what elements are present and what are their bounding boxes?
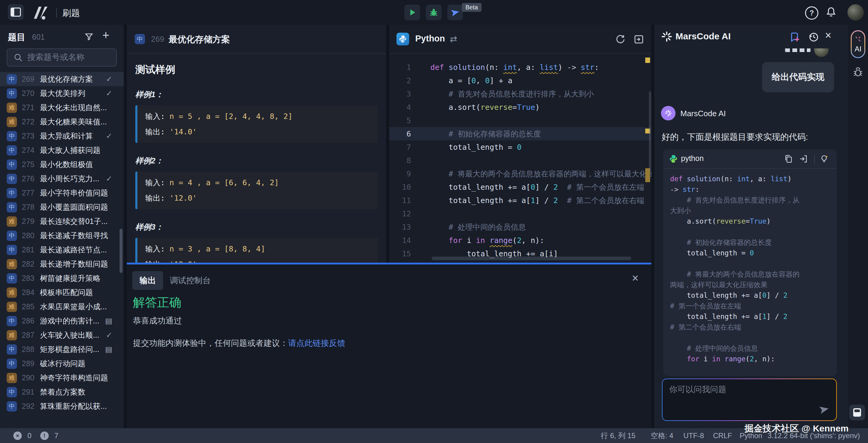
problem-list-item[interactable]: 难285水果店果篮最小成... bbox=[0, 299, 124, 314]
ai-code-line: for i in range(2, n): bbox=[670, 354, 830, 364]
code-line[interactable]: 10 total_length += a[0] / 2 # 第一个会员放在左端 bbox=[389, 180, 651, 194]
code-token: 0 bbox=[517, 143, 522, 152]
problem-list-item[interactable]: 难287火车驶入驶出顺...✓ bbox=[0, 328, 124, 342]
problem-list-item[interactable]: 中288矩形棋盘路径问...▤ bbox=[0, 342, 124, 356]
tab-debug-console[interactable]: 调试控制台 bbox=[170, 275, 211, 286]
problem-list-item[interactable]: 中269最优化存储方案✓ bbox=[0, 72, 124, 86]
problem-list-item[interactable]: 难284模板串匹配问题 bbox=[0, 285, 124, 299]
ai-code-line: -> str: bbox=[670, 184, 830, 195]
ai-input-box[interactable] bbox=[662, 379, 836, 420]
problem-list-item[interactable]: 中276最小周长巧克力...✓ bbox=[0, 171, 124, 186]
problem-list-item[interactable]: 难282最长递增子数组问题 bbox=[0, 257, 124, 271]
code-line[interactable]: 4 a.sort(reverse=True) bbox=[389, 100, 651, 114]
example-output: 输出: '12.0' bbox=[145, 194, 370, 202]
copy-code-button[interactable] bbox=[784, 154, 793, 165]
problem-list-item[interactable]: 中289破冰行动问题 bbox=[0, 356, 124, 371]
send-icon[interactable] bbox=[819, 404, 830, 415]
difficulty-badge: 难 bbox=[7, 216, 17, 227]
help-icon[interactable]: ? bbox=[805, 6, 818, 20]
code-token: total_length = bbox=[430, 143, 517, 152]
line-content: # 将最大的两个会员信息放在容器的两端，这样可以最大化压缩效果 bbox=[430, 169, 651, 179]
problem-list-item[interactable]: 中270最大优美排列✓ bbox=[0, 86, 124, 100]
reset-code-button[interactable] bbox=[615, 34, 626, 46]
problem-list-item[interactable]: 中292算珠重新分配以获... bbox=[0, 399, 124, 413]
ai-code-line: def solution(n: int, a: list) bbox=[670, 174, 830, 184]
debug-tab-button[interactable] bbox=[852, 67, 864, 79]
close-icon[interactable]: × bbox=[632, 272, 639, 285]
difficulty-badge: 中 bbox=[7, 387, 17, 397]
problem-count: 601 bbox=[32, 33, 45, 41]
sidebar-toggle-button[interactable] bbox=[8, 4, 24, 20]
problem-list-item[interactable]: 难290神奇字符串构造问题 bbox=[0, 371, 124, 385]
problem-list-item[interactable]: 难279最长连续交替01子... bbox=[0, 214, 124, 228]
errors-indicator[interactable]: × 0 ! 7 bbox=[13, 428, 58, 443]
code-token: 2 bbox=[750, 355, 754, 363]
marscode-logo[interactable] bbox=[31, 5, 50, 21]
problem-list-item[interactable]: 中283树苗健康提升策略 bbox=[0, 271, 124, 285]
feedback-link[interactable]: 请点此链接反馈 bbox=[288, 339, 345, 348]
encoding-setting[interactable]: UTF-8 bbox=[683, 428, 704, 443]
language-switch-icon[interactable]: ⇄ bbox=[450, 34, 457, 44]
code-line[interactable]: 7 total_length = 0 bbox=[389, 140, 651, 154]
problem-list-item[interactable]: 中281最长递减路径节点... bbox=[0, 243, 124, 257]
split-editor-button[interactable] bbox=[633, 34, 644, 46]
insert-code-button[interactable] bbox=[799, 154, 808, 165]
problem-list-item[interactable]: 中280最长递减子数组寻找 bbox=[0, 228, 124, 243]
code-token: for bbox=[448, 236, 462, 245]
editor-horizontal-scrollbar[interactable] bbox=[432, 257, 631, 260]
problem-list-item[interactable]: 中291禁着点方案数 bbox=[0, 385, 124, 399]
code-line[interactable]: 5 bbox=[389, 114, 651, 127]
run-button[interactable] bbox=[404, 4, 420, 20]
problem-title: 最大化糖果美味值... bbox=[40, 117, 107, 127]
indent-setting[interactable]: 空格: 4 bbox=[651, 428, 673, 443]
check-icon: ✓ bbox=[106, 174, 112, 183]
problem-list-item[interactable]: 中277最小字符串价值问题 bbox=[0, 186, 124, 200]
code-line[interactable]: 1def solution(n: int, a: list) -> str: bbox=[389, 61, 651, 74]
problem-list-item[interactable]: 中275最小化数组极值 bbox=[0, 157, 124, 171]
code-token: a.sort( bbox=[430, 103, 480, 112]
add-problem-button[interactable]: + bbox=[102, 28, 109, 42]
problem-list-item[interactable]: 难271最大化未出现自然... bbox=[0, 100, 124, 115]
explain-code-button[interactable] bbox=[819, 154, 829, 165]
search-input[interactable] bbox=[27, 51, 113, 64]
cursor-position[interactable]: 行 6, 列 15 bbox=[601, 428, 636, 443]
search-box[interactable] bbox=[7, 49, 117, 67]
history-button[interactable] bbox=[808, 31, 819, 43]
difficulty-badge: 难 bbox=[7, 302, 17, 312]
code-token: reverse bbox=[716, 217, 745, 225]
notifications-button[interactable] bbox=[825, 6, 837, 19]
close-ai-panel-icon[interactable]: × bbox=[825, 29, 831, 42]
tab-output[interactable]: 输出 bbox=[132, 271, 163, 290]
ai-tab-button[interactable]: AI bbox=[851, 30, 865, 58]
editor-vertical-scrollbar[interactable] bbox=[649, 91, 651, 170]
ai-question-input[interactable] bbox=[669, 383, 812, 415]
nav-brushing-questions[interactable]: 刷题 bbox=[62, 7, 80, 19]
problem-list-item[interactable]: 难272最大化糖果美味值... bbox=[0, 115, 124, 129]
code-token: str bbox=[683, 186, 695, 193]
filter-button[interactable] bbox=[84, 32, 94, 43]
problem-list-item[interactable]: 中273最大异或和计算✓ bbox=[0, 129, 124, 143]
eol-setting[interactable]: CRLF bbox=[713, 428, 732, 443]
code-token: True bbox=[517, 103, 535, 112]
new-chat-button[interactable] bbox=[789, 31, 800, 43]
debug-button[interactable] bbox=[426, 4, 441, 20]
code-line[interactable]: 13 # 处理中间的会员信息 bbox=[389, 220, 651, 233]
problem-list-item[interactable]: 中286游戏中的伤害计...▤ bbox=[0, 314, 124, 328]
user-avatar[interactable] bbox=[847, 4, 864, 21]
code-line[interactable]: 8 bbox=[389, 154, 651, 167]
code-line[interactable]: 6 # 初始化存储容器的总长度 bbox=[389, 127, 651, 140]
code-line[interactable]: 2 a = [0, 0] + a bbox=[389, 74, 651, 87]
code-area[interactable]: 1def solution(n: int, a: list) -> str:2 … bbox=[389, 54, 651, 260]
code-line[interactable]: 11 total_length += a[1] / 2 # 第二个会员放在右端 bbox=[389, 194, 651, 207]
problem-header: 中 269 最优化存储方案 bbox=[127, 25, 386, 54]
sidebar-scrollbar[interactable] bbox=[120, 229, 123, 273]
problem-list-item[interactable]: 中278最小覆盖圆面积问题 bbox=[0, 200, 124, 214]
problem-list-item[interactable]: 中274最大敌人捕获问题 bbox=[0, 143, 124, 157]
code-token: # 处理中间的会员信息 bbox=[670, 344, 758, 352]
code-line[interactable]: 14 for i in range(2, n): bbox=[389, 233, 651, 247]
code-line[interactable]: 9 # 将最大的两个会员信息放在容器的两端，这样可以最大化压缩效果 bbox=[389, 167, 651, 180]
code-line[interactable]: 12 bbox=[389, 207, 651, 220]
submit-button[interactable] bbox=[447, 4, 463, 20]
panel-toggle-button[interactable] bbox=[849, 405, 865, 420]
code-line[interactable]: 3 # 首先对会员信息长度进行排序，从大到小 bbox=[389, 87, 651, 100]
